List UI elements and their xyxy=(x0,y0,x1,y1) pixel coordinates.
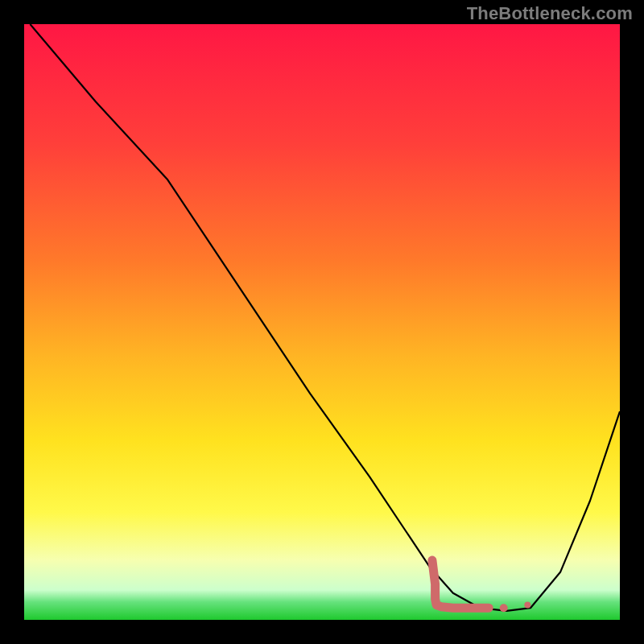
chart-svg xyxy=(24,24,620,620)
chart-frame: TheBottleneck.com xyxy=(0,0,644,644)
watermark-text: TheBottleneck.com xyxy=(467,3,633,24)
optimal-dot-1 xyxy=(500,604,508,612)
gradient-background xyxy=(24,24,620,620)
optimal-dot-2 xyxy=(524,602,530,609)
plot-area xyxy=(24,24,620,620)
